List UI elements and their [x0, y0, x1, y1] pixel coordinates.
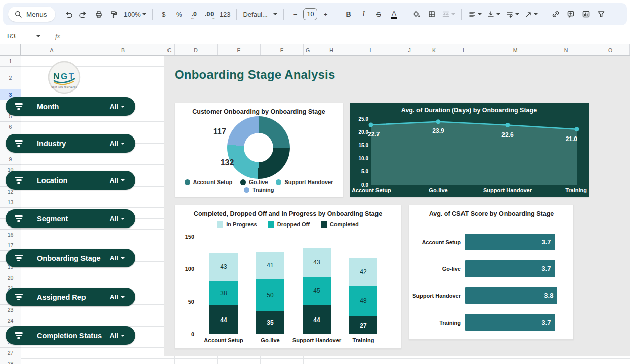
- column-header-I[interactable]: I: [351, 44, 390, 55]
- filter-bar: [16, 296, 22, 297]
- filter-funnel-icon: [597, 10, 605, 18]
- text-rotation-button[interactable]: [522, 7, 540, 21]
- formula-bar: R3 fx: [0, 28, 630, 44]
- row-header-1[interactable]: 1: [0, 56, 21, 67]
- column-header-F[interactable]: F: [261, 44, 304, 55]
- chevron-down-icon: [515, 13, 519, 15]
- filter-bar: [16, 335, 22, 336]
- chevron-down-icon: [451, 13, 455, 15]
- slicer-month[interactable]: MonthAll: [6, 97, 135, 116]
- csat-bar-chart-card[interactable]: Avg. of CSAT Score by Onboarding Stage A…: [409, 205, 574, 340]
- column-header-J[interactable]: J: [390, 44, 429, 55]
- strikethrough-button[interactable]: S: [371, 7, 386, 21]
- chevron-down-icon: [496, 13, 500, 15]
- insert-chart-button[interactable]: [579, 7, 593, 21]
- slicer-label: Onboarding Stage: [37, 254, 101, 262]
- row-header-24[interactable]: 24: [0, 315, 21, 326]
- print-button[interactable]: [92, 7, 106, 21]
- borders-button[interactable]: [425, 7, 439, 21]
- insert-comment-button[interactable]: [564, 7, 578, 21]
- divider: [283, 9, 284, 20]
- svg-text:22.7: 22.7: [368, 131, 380, 138]
- row-header-27[interactable]: 27: [0, 348, 21, 358]
- fill-color-button[interactable]: [409, 7, 424, 21]
- select-all-corner[interactable]: [0, 44, 21, 55]
- legend-item: Support Handover: [276, 179, 333, 185]
- chevron-down-icon: [121, 257, 125, 259]
- currency-label: $: [162, 11, 165, 18]
- slicer-completion-status[interactable]: Completion StatusAll: [6, 326, 135, 345]
- donut-value-label: 125: [291, 127, 305, 136]
- area-chart-card[interactable]: Avg. of Duration (Days) by Onboarding St…: [350, 103, 589, 197]
- slicer-location[interactable]: LocationAll: [6, 171, 135, 190]
- zoom-select[interactable]: 100%: [122, 7, 148, 21]
- row-header-20[interactable]: 20: [0, 272, 21, 283]
- column-header-E[interactable]: E: [218, 44, 261, 55]
- slicer-value-text: All: [110, 176, 118, 184]
- slicer-industry[interactable]: IndustryAll: [6, 134, 135, 153]
- text-color-button[interactable]: A: [387, 7, 401, 21]
- italic-button[interactable]: I: [356, 7, 370, 21]
- column-header-K[interactable]: K: [429, 44, 439, 55]
- search-menus-button[interactable]: Menus: [8, 7, 55, 22]
- font-size-input[interactable]: 10: [303, 8, 317, 20]
- column-header-H[interactable]: H: [312, 44, 351, 55]
- bar-segment: 42: [349, 258, 377, 285]
- slicer-assigned-rep[interactable]: Assigned RepAll: [6, 288, 135, 306]
- horizontal-align-button[interactable]: [466, 7, 484, 21]
- name-box[interactable]: R3: [0, 32, 45, 40]
- currency-format-button[interactable]: $: [157, 7, 171, 21]
- column-header-M[interactable]: M: [489, 44, 541, 55]
- column-header-L[interactable]: L: [439, 44, 489, 55]
- row-header-28[interactable]: 28: [0, 358, 21, 364]
- csat-chart-title: Avg. of CSAT Score by Onboarding Stage: [409, 210, 573, 217]
- filter-bar: [15, 103, 23, 104]
- filter-bar: [15, 294, 23, 295]
- bold-button[interactable]: B: [341, 7, 355, 21]
- font-select[interactable]: Defaul...: [241, 7, 279, 21]
- x-axis-label: Training: [335, 337, 391, 343]
- slicer-segment[interactable]: SegmentAll: [6, 209, 135, 228]
- merge-cells-button[interactable]: [440, 7, 457, 21]
- vertical-align-button[interactable]: [485, 7, 502, 21]
- column-header-N[interactable]: N: [541, 44, 591, 55]
- create-filter-button[interactable]: [594, 7, 608, 21]
- slicer-onboarding-stage[interactable]: Onboarding StageAll: [6, 249, 135, 267]
- decrease-decimal-button[interactable]: .0←: [187, 7, 201, 21]
- column-header-C[interactable]: C: [164, 44, 175, 55]
- legend-label: Dropped Off: [277, 221, 310, 228]
- paint-format-button[interactable]: [107, 7, 121, 21]
- divider: [461, 9, 462, 20]
- bar-segment: 35: [256, 311, 284, 334]
- filter-bar: [16, 143, 22, 144]
- column-header-D[interactable]: D: [175, 44, 218, 55]
- filter-icon: [14, 103, 24, 109]
- divider: [236, 9, 237, 20]
- undo-button[interactable]: [61, 7, 75, 21]
- filter-bar: [15, 215, 23, 216]
- column-header-A[interactable]: A: [21, 44, 82, 55]
- redo-button[interactable]: [76, 7, 91, 21]
- percent-format-button[interactable]: %: [172, 7, 186, 21]
- column-header-B[interactable]: B: [82, 44, 164, 55]
- decrease-font-size-button[interactable]: −: [288, 7, 302, 21]
- filter-bar: [15, 177, 23, 178]
- row-header-2[interactable]: 2: [0, 67, 21, 89]
- donut-legend: Account SetupGo-liveSupport HandoverTrai…: [175, 179, 343, 193]
- increase-decimal-button[interactable]: .00→: [202, 7, 217, 21]
- increase-font-size-button[interactable]: +: [318, 7, 332, 21]
- number-format-button[interactable]: 123: [218, 7, 233, 21]
- column-header-O[interactable]: O: [591, 44, 630, 55]
- row-header-23[interactable]: 23: [0, 305, 21, 315]
- row-header-13[interactable]: 13: [0, 197, 21, 208]
- sheet-grid[interactable]: 1234567891011121314151617181920212223242…: [0, 56, 630, 364]
- donut-chart-card[interactable]: Customer Onboarding by Onboarding Stage …: [175, 103, 343, 197]
- row-header-16[interactable]: 16: [0, 230, 21, 240]
- insert-link-button[interactable]: [549, 7, 563, 21]
- row-header-9[interactable]: 9: [0, 154, 21, 165]
- stacked-bar-chart-card[interactable]: Completed, Dropped Off and In Progress b…: [175, 205, 401, 349]
- text-wrap-button[interactable]: [503, 7, 521, 21]
- column-header-G[interactable]: G: [304, 44, 312, 55]
- name-box-value: R3: [7, 32, 16, 40]
- row-header-6[interactable]: 6: [0, 122, 21, 132]
